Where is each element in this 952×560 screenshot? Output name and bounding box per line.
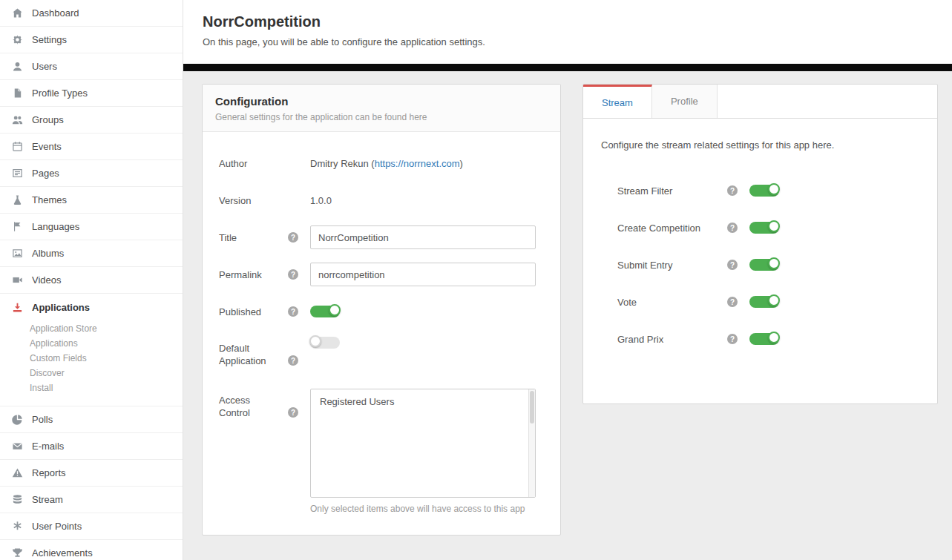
published-row: Published: [219, 300, 544, 323]
sidebar-item-emails[interactable]: E-mails: [0, 433, 183, 460]
gear-icon: [10, 34, 24, 45]
vote-label: Vote: [617, 297, 727, 308]
vote-row: Vote: [617, 296, 919, 308]
sidebar-item-label: Groups: [32, 114, 64, 125]
help-icon[interactable]: [288, 407, 298, 418]
help-icon[interactable]: [288, 269, 298, 280]
toggle-knob: [768, 183, 780, 195]
tab-bar: Stream Profile: [583, 85, 937, 119]
tab-stream[interactable]: Stream: [583, 85, 652, 118]
workspace: Configuration General settings for the a…: [183, 71, 952, 560]
page-subtitle: On this page, you will be able to config…: [203, 36, 933, 47]
sidebar-item-label: Reports: [32, 467, 66, 478]
sidebar-item-groups[interactable]: Groups: [0, 107, 183, 134]
submit-entry-toggle[interactable]: [749, 259, 779, 271]
listbox-item-registered-users[interactable]: Registered Users: [320, 395, 526, 409]
listbox-scrollbar[interactable]: [528, 389, 535, 497]
sidebar-item-profile-types[interactable]: Profile Types: [0, 80, 183, 107]
sidebar-item-label: Pages: [32, 168, 59, 179]
access-control-listbox[interactable]: Registered Users: [310, 389, 536, 498]
sidebar-item-stream[interactable]: Stream: [0, 487, 183, 513]
sidebar-subitem-application-store[interactable]: Application Store: [30, 321, 183, 336]
sidebar-subitem-applications[interactable]: Applications: [30, 336, 183, 351]
user-icon: [10, 61, 24, 72]
sidebar-item-achievements[interactable]: Achievements: [0, 540, 183, 560]
sidebar-item-label: Stream: [32, 494, 63, 505]
sidebar-subitem-custom-fields[interactable]: Custom Fields: [30, 351, 183, 366]
toggle-knob: [768, 294, 780, 306]
sidebar-item-users[interactable]: Users: [0, 53, 183, 80]
submit-entry-label: Submit Entry: [617, 260, 727, 271]
create-competition-toggle[interactable]: [749, 222, 779, 234]
envelope-icon: [10, 441, 24, 452]
sidebar-item-label: Videos: [32, 274, 62, 286]
access-control-label: Access Control: [219, 389, 310, 419]
document-icon: [10, 88, 24, 99]
sidebar-item-polls[interactable]: Polls: [0, 406, 183, 433]
sidebar-item-user-points[interactable]: User Points: [0, 513, 183, 540]
stream-filter-row: Stream Filter: [617, 185, 919, 197]
sidebar-item-label: E-mails: [32, 441, 64, 452]
access-control-field: Registered Users Only selected items abo…: [310, 389, 536, 514]
top-black-bar: [183, 64, 952, 71]
home-icon: [10, 7, 24, 19]
author-link[interactable]: https://norrnext.com: [375, 158, 460, 169]
configuration-form: Author Dmitry Rekun (https://norrnext.co…: [203, 132, 560, 536]
stream-tab-content: Configure the stream related settings fo…: [583, 119, 937, 391]
help-icon[interactable]: [727, 223, 738, 233]
configuration-panel-header: Configuration General settings for the a…: [203, 85, 560, 132]
trophy-icon: [10, 547, 24, 559]
create-competition-label: Create Competition: [617, 223, 727, 234]
sidebar-item-label: Events: [32, 141, 62, 152]
sidebar-item-reports[interactable]: Reports: [0, 460, 183, 487]
permalink-input[interactable]: [310, 263, 536, 286]
configuration-title: Configuration: [215, 95, 548, 108]
grand-prix-toggle[interactable]: [749, 333, 779, 345]
default-application-toggle[interactable]: [310, 337, 340, 349]
calendar-icon: [10, 141, 24, 152]
sidebar-item-label: Dashboard: [32, 7, 79, 19]
version-row: Version 1.0.0: [219, 188, 544, 212]
sidebar-item-videos[interactable]: Videos: [0, 267, 183, 294]
published-toggle[interactable]: [310, 306, 340, 317]
help-icon[interactable]: [288, 355, 298, 366]
sidebar-item-albums[interactable]: Albums: [0, 240, 183, 267]
sidebar-item-label: Profile Types: [32, 88, 88, 99]
sidebar-item-settings[interactable]: Settings: [0, 27, 183, 53]
stream-filter-toggle[interactable]: [749, 185, 779, 197]
tab-profile[interactable]: Profile: [652, 85, 718, 118]
sidebar-subitem-discover[interactable]: Discover: [30, 366, 183, 381]
help-icon[interactable]: [727, 185, 738, 196]
sidebar-item-events[interactable]: Events: [0, 134, 183, 160]
pie-chart-icon: [10, 414, 24, 425]
toggle-knob: [329, 304, 341, 316]
newspaper-icon: [10, 168, 24, 179]
sidebar-item-themes[interactable]: Themes: [0, 187, 183, 214]
access-control-row: Access Control Registered Users Only sel…: [219, 389, 544, 514]
sidebar-subitem-install[interactable]: Install: [30, 381, 183, 395]
help-icon[interactable]: [727, 260, 738, 270]
listbox-scrollbar-thumb[interactable]: [530, 391, 534, 424]
author-row: Author Dmitry Rekun (https://norrnext.co…: [219, 151, 544, 175]
title-row: Title: [219, 225, 544, 249]
flag-icon: [10, 221, 24, 232]
sidebar-item-applications[interactable]: Applications: [0, 294, 183, 320]
sidebar-item-languages[interactable]: Languages: [0, 214, 183, 240]
title-input[interactable]: [310, 225, 536, 249]
video-icon: [10, 274, 24, 286]
version-value: 1.0.0: [310, 195, 332, 206]
permalink-row: Permalink: [219, 263, 544, 286]
help-icon[interactable]: [727, 334, 738, 344]
sidebar-item-pages[interactable]: Pages: [0, 160, 183, 187]
sidebar-item-label: Polls: [32, 414, 53, 425]
help-icon[interactable]: [288, 232, 298, 243]
author-label: Author: [219, 157, 310, 170]
vote-toggle[interactable]: [749, 296, 779, 308]
sidebar-item-label: Applications: [32, 302, 90, 313]
flask-icon: [10, 194, 24, 205]
help-icon[interactable]: [288, 306, 298, 317]
sidebar-item-dashboard[interactable]: Dashboard: [0, 0, 183, 27]
help-icon[interactable]: [727, 297, 738, 307]
grand-prix-label: Grand Prix: [617, 334, 727, 345]
asterisk-icon: [10, 521, 24, 532]
